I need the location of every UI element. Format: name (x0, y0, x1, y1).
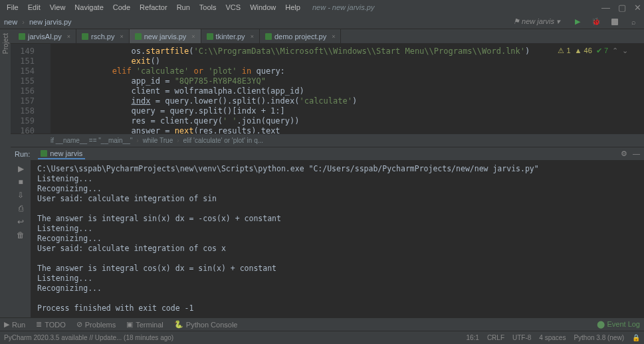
gutter-linenumbers: 149151154155156157158159160161162 (11, 44, 40, 133)
menu-window[interactable]: Window (246, 2, 280, 13)
step-down-icon[interactable]: ⇩ (17, 191, 24, 200)
status-bar: PyCharm 2020.3.5 available // Update... … (0, 331, 644, 344)
inspection-summary[interactable]: ⚠ 1 ▲ 46 ✔ 7 ⌃ ⌄ (558, 46, 628, 55)
python-file-icon (207, 33, 213, 40)
status-lock-icon[interactable]: 🔒 (632, 334, 640, 341)
event-log-button[interactable]: ⬤ Event Log (597, 320, 640, 329)
trash-icon[interactable]: 🗑 (17, 230, 25, 240)
run-button[interactable]: ▶ (571, 15, 584, 29)
code-text[interactable]: os.startfile('C:\\ProgramData\\Microsoft… (51, 44, 644, 133)
menu-view[interactable]: View (46, 2, 70, 13)
python-file-icon (135, 33, 142, 40)
run-config-selector[interactable]: ⚑ new jarvis ▾ (508, 17, 566, 26)
title-bar: FileEditViewNavigateCodeRefactorRunTools… (0, 0, 644, 15)
wrap-icon[interactable]: ↩ (17, 217, 24, 226)
file-tab[interactable]: demo project.py× (260, 29, 342, 43)
menu-run[interactable]: Run (173, 2, 194, 13)
code-breadcrumb[interactable]: if __name__ == "__main__"›while True›eli… (11, 133, 644, 147)
menu-tools[interactable]: Tools (195, 2, 221, 13)
python-file-icon (265, 33, 272, 40)
breadcrumb[interactable]: new › new jarvis.py (4, 18, 72, 26)
status-indent[interactable]: 4 spaces (539, 334, 566, 341)
tool-tab-project[interactable]: Project (2, 33, 9, 54)
file-tab[interactable]: tkinter.py× (201, 29, 260, 43)
rerun-button[interactable]: ▶ (18, 164, 24, 173)
navigation-bar: new › new jarvis.py ⚑ new jarvis ▾ ▶ 🐞 ⌕ (0, 15, 644, 29)
code-editor[interactable]: 149151154155156157158159160161162 os.sta… (11, 44, 644, 133)
run-console: ▶ ■ ⇩ ⎙ ↩ 🗑 C:\Users\sspab\PycharmProjec… (11, 160, 644, 317)
tool-terminal[interactable]: ▣ Terminal (126, 320, 163, 329)
menu-file[interactable]: File (3, 2, 23, 13)
tool-todo[interactable]: ≣ TODO (36, 320, 66, 329)
close-tab-icon[interactable]: × (120, 33, 123, 40)
more-run-button[interactable] (608, 15, 621, 29)
menu-edit[interactable]: Edit (24, 2, 45, 13)
crumb-file[interactable]: new jarvis.py (29, 18, 72, 26)
menu-code[interactable]: Code (109, 2, 134, 13)
filter-icon[interactable]: ⎙ (19, 204, 23, 213)
run-panel-header: Run: new jarvis ⚙ — (11, 147, 644, 160)
tool-problems[interactable]: ⊘ Problems (76, 320, 116, 329)
status-update[interactable]: PyCharm 2020.3.5 available // Update... … (4, 334, 173, 341)
main-menu: FileEditViewNavigateCodeRefactorRunTools… (3, 2, 304, 13)
file-tab[interactable]: rsch.py× (76, 29, 130, 43)
minimize-icon[interactable]: — (601, 3, 610, 13)
menu-help[interactable]: Help (281, 2, 304, 13)
console-output[interactable]: C:\Users\sspab\PycharmProjects\new\venv\… (31, 160, 644, 317)
debug-button[interactable]: 🐞 (590, 15, 603, 29)
close-tab-icon[interactable]: × (67, 33, 70, 40)
close-tab-icon[interactable]: × (251, 33, 254, 40)
status-caret[interactable]: 16:1 (466, 334, 479, 341)
bottom-tool-strip: ▶ Run ≣ TODO ⊘ Problems ▣ Terminal 🐍 Pyt… (0, 317, 644, 331)
maximize-icon[interactable]: ▢ (618, 3, 626, 13)
menu-vcs[interactable]: VCS (222, 2, 245, 13)
python-file-icon (19, 33, 25, 40)
hide-panel-icon[interactable]: — (633, 149, 640, 158)
left-tool-strip: Project (0, 29, 11, 317)
editor-tabs: jarvisAI.py×rsch.py×new jarvis.py×tkinte… (11, 29, 644, 44)
python-file-icon (82, 33, 88, 40)
tool-python-console[interactable]: 🐍 Python Console (174, 320, 238, 329)
file-tab[interactable]: new jarvis.py× (130, 29, 201, 43)
close-icon[interactable]: ✕ (634, 3, 641, 13)
close-tab-icon[interactable]: × (191, 33, 195, 40)
file-tab[interactable]: jarvisAI.py× (13, 29, 76, 43)
stop-button[interactable]: ■ (18, 177, 23, 187)
status-interpreter[interactable]: Python 3.8 (new) (574, 334, 624, 341)
close-tab-icon[interactable]: × (332, 33, 335, 40)
gear-icon[interactable]: ⚙ (621, 149, 627, 158)
status-lineending[interactable]: CRLF (487, 334, 504, 341)
crumb-project[interactable]: new (4, 18, 17, 26)
status-encoding[interactable]: UTF-8 (512, 334, 531, 341)
window-title: new - new jarvis.py (312, 3, 375, 11)
run-label: Run: (15, 150, 30, 158)
gutter-marks (40, 44, 51, 133)
menu-refactor[interactable]: Refactor (136, 2, 171, 13)
search-everywhere-icon[interactable]: ⌕ (627, 15, 640, 29)
run-tab[interactable]: new jarvis (38, 149, 85, 159)
tool-run[interactable]: ▶ Run (4, 320, 25, 329)
menu-navigate[interactable]: Navigate (70, 2, 107, 13)
